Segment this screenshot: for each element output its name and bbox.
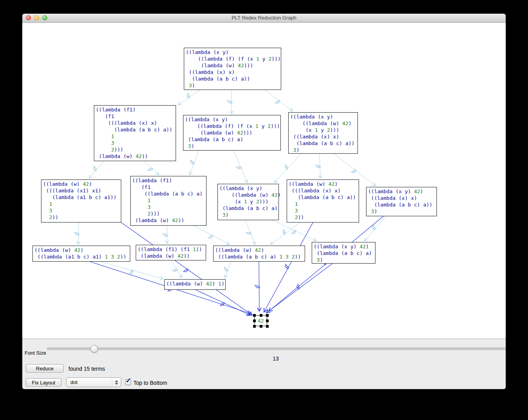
font-size-slider-thumb[interactable]	[90, 345, 98, 353]
select-stepper-icon	[112, 379, 121, 386]
reduction-edge	[269, 216, 383, 311]
app-window: PLT Redex Reduction Graph ββββββββββββββ…	[22, 14, 506, 389]
reduction-edge	[101, 262, 163, 279]
beta-label: β	[185, 92, 192, 100]
font-size-label: Font Size	[25, 350, 46, 356]
reduction-edge	[264, 223, 313, 312]
beta-label: β	[283, 264, 291, 270]
reduction-edge	[89, 161, 104, 178]
beta-label: β	[92, 165, 99, 172]
beta-label: β	[74, 232, 80, 236]
selection-handle[interactable]	[253, 319, 256, 322]
checkmark-icon: ✓	[126, 377, 131, 384]
beta-label: β	[283, 164, 290, 171]
selection-handle[interactable]	[253, 325, 256, 328]
beta-label: β	[223, 266, 230, 272]
selection-handle[interactable]	[253, 314, 256, 317]
graph-node[interactable]: ((lambda (w) 42) ((lambda (a b c) a) 1 3…	[213, 246, 305, 262]
beta-label: β	[350, 167, 357, 175]
window-title: PLT Redex Reduction Graph	[22, 15, 506, 21]
graph-node[interactable]: ((lambda (x y) ((lambda (w) 42) (x 1 y 2…	[217, 184, 279, 220]
reduction-edge	[121, 223, 252, 315]
graph-node[interactable]: ((lambda (x y) 42) (lambda (a b c) a) 3)	[312, 242, 375, 264]
graph-node[interactable]: ((lambda (w) 42) ((lambda (a1 b c) a1) 1…	[32, 246, 130, 262]
reduction-edge	[225, 262, 231, 278]
graph-node[interactable]: ((lambda (w) 42) (((lambda (x1) x1) (lam…	[41, 179, 121, 223]
reduction-edge	[266, 264, 332, 313]
reduction-edge	[264, 90, 293, 111]
beta-label: β	[129, 268, 135, 275]
beta-label: β	[235, 164, 243, 170]
selection-handle[interactable]	[260, 325, 262, 328]
graph-node[interactable]: ((lambda (w) 42) (((lambda (x) x) (lambd…	[287, 179, 359, 223]
beta-label: β	[315, 164, 321, 169]
reduction-edge	[275, 154, 301, 183]
graph-node[interactable]: ((lambda (w) 42) 1)	[164, 279, 226, 290]
status-text: found 15 terms	[68, 366, 105, 372]
beta-label: β	[208, 233, 214, 240]
desktop-background: PLT Redex Reduction Graph ββββββββββββββ…	[0, 0, 528, 420]
beta-label: β	[189, 160, 196, 165]
selection-handle[interactable]	[260, 314, 262, 317]
reduction-edge	[190, 151, 198, 175]
reduce-button[interactable]: Reduce	[26, 364, 64, 373]
reduction-edge	[196, 290, 250, 315]
reduction-edge	[365, 216, 386, 241]
graph-node[interactable]: ((lambda (f1) (f1 1)) (lambda (w) 42))	[136, 245, 206, 260]
control-panel: Font Size 13 Reduce found 15 terms Fix L…	[22, 339, 506, 389]
graph-node[interactable]: ((lambda (x y) ((lambda (w) 42) (x 1 y 2…	[288, 112, 358, 154]
selection-handle[interactable]	[266, 325, 269, 328]
reduction-edge	[178, 90, 201, 105]
reduction-edge	[144, 161, 159, 175]
reduction-edge	[233, 151, 247, 183]
graph-node-result[interactable]: 42	[254, 315, 267, 326]
beta-label: β	[274, 98, 281, 106]
fix-layout-button[interactable]: Fix Layout	[26, 378, 61, 387]
font-size-value: 13	[47, 355, 505, 362]
layout-select[interactable]: dot	[66, 377, 121, 387]
graph-node[interactable]: ((lambda (x y) ((lambda (f) (f (x 1 y 2)…	[184, 48, 281, 90]
reduction-edge	[194, 226, 230, 244]
reduction-edge	[259, 262, 259, 311]
graph-canvas[interactable]: βββββββββββββββββββββββββββ ((lambda (x …	[22, 23, 506, 339]
graph-node[interactable]: ((lambda (f1) (f1 (((lambda (x) x) (lamb…	[94, 105, 176, 161]
beta-label: β	[295, 284, 302, 291]
selection-handle[interactable]	[266, 319, 269, 322]
beta-label: β	[171, 267, 179, 273]
result-value: 42	[258, 318, 264, 324]
beta-label: β	[219, 300, 226, 308]
window-titlebar[interactable]: PLT Redex Reduction Graph	[22, 14, 506, 23]
reduction-edge	[320, 154, 320, 178]
reduction-edge	[78, 223, 79, 244]
selection-handle[interactable]	[266, 314, 269, 317]
beta-label: β	[183, 267, 189, 274]
graph-node[interactable]: ((lambda (x y) ((lambda (f) (f (x 1 y 2)…	[183, 115, 281, 151]
beta-label: β	[147, 166, 154, 173]
reduction-edge	[171, 260, 182, 278]
top-to-bottom-label: Top to Bottom	[133, 380, 167, 386]
beta-label: β	[162, 233, 169, 237]
reduction-edge	[273, 220, 316, 241]
beta-label: β	[245, 230, 253, 236]
reduction-edge	[245, 220, 255, 244]
beta-label: β	[291, 228, 297, 236]
graph-node[interactable]: ((lambda (x y) 42) ((lambda (x) x) (lamb…	[366, 187, 437, 216]
layout-select-value: dot	[66, 379, 112, 385]
top-to-bottom-checkbox[interactable]: ✓	[125, 379, 131, 385]
beta-label: β	[227, 100, 233, 104]
beta-label: β	[370, 224, 378, 231]
graph-node[interactable]: ((lambda (f1) (f1 ((lambda (a b c) a) 1 …	[130, 176, 207, 226]
beta-label: β	[281, 229, 288, 236]
font-size-slider-track[interactable]	[47, 348, 505, 350]
reduction-edge	[271, 223, 300, 244]
beta-label: β	[254, 285, 260, 289]
